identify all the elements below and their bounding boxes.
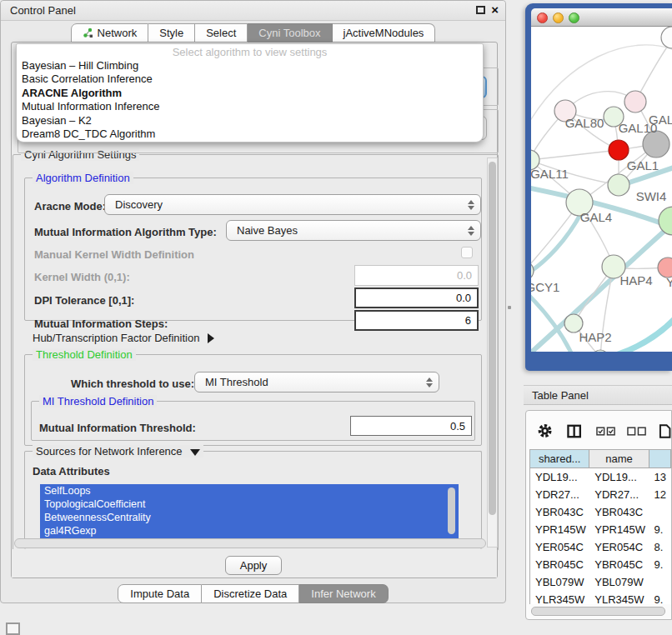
table-cell: YBR043C bbox=[530, 503, 589, 521]
apply-button[interactable]: Apply bbox=[225, 556, 282, 575]
settings-hscrollbar-thumb[interactable] bbox=[14, 538, 486, 548]
deselect-all-icon[interactable] bbox=[627, 427, 646, 436]
table-hscrollbar-thumb[interactable] bbox=[531, 607, 665, 616]
table-cell: YER054C bbox=[589, 538, 649, 556]
status-corner-icon[interactable] bbox=[6, 622, 20, 635]
table-column-header[interactable]: name bbox=[589, 450, 649, 468]
data-attribute-item[interactable]: SelfLoops bbox=[40, 484, 459, 498]
tab-style[interactable]: Style bbox=[148, 23, 195, 42]
data-attribute-item[interactable]: TopologicalCoefficient bbox=[40, 498, 459, 511]
algorithm-option[interactable]: ARACNE Algorithm bbox=[17, 87, 483, 100]
aracne-mode-value: Discovery bbox=[105, 198, 465, 211]
mi-steps-input[interactable] bbox=[354, 310, 479, 331]
control-panel-title: Control Panel bbox=[1, 4, 76, 17]
algorithm-option[interactable]: Bayesian – Hill Climbing bbox=[17, 59, 483, 72]
sources-group-title[interactable]: Sources for Network Inference bbox=[33, 445, 203, 458]
table-row[interactable]: YER054CYER054C8. bbox=[530, 538, 671, 556]
network-view-window: GALGAL80GAL10GAL11GAL1SWI4GAL4GCY1HAP4YH… bbox=[525, 3, 672, 371]
data-attribute-item[interactable]: gal4RGexp bbox=[40, 524, 459, 538]
node-table[interactable]: shared...name YDL19...YDL19...13YDR27...… bbox=[529, 449, 671, 604]
manual-kernel-checkbox[interactable] bbox=[461, 247, 473, 258]
tab-impute-data[interactable]: Impute Data bbox=[118, 584, 202, 603]
aracne-mode-combo[interactable]: Discovery bbox=[104, 194, 481, 215]
split-pane-divider[interactable] bbox=[508, 304, 512, 312]
tab-select[interactable]: Select bbox=[195, 23, 248, 42]
control-panel-window: Control Panel × Network Style bbox=[0, 0, 506, 603]
kernel-width-input[interactable] bbox=[354, 265, 479, 286]
network-node-swi4[interactable] bbox=[659, 207, 672, 235]
document-icon[interactable] bbox=[659, 423, 671, 439]
dpi-tolerance-input[interactable] bbox=[354, 288, 479, 308]
hub-definition-label: Hub/Transcription Factor Definition bbox=[33, 332, 199, 344]
settings-vertical-scrollbar[interactable] bbox=[487, 158, 498, 548]
table-row[interactable]: YPR145WYPR145W9. bbox=[530, 521, 671, 538]
table-row[interactable]: YDL19...YDL19...13 bbox=[530, 468, 671, 486]
algorithm-option[interactable]: Dream8 DC_TDC Algorithm bbox=[17, 128, 483, 141]
mi-type-combo[interactable]: Naive Bayes bbox=[226, 220, 481, 241]
node-label: GAL11 bbox=[531, 167, 569, 181]
close-window-icon[interactable] bbox=[537, 12, 548, 23]
node-label: SWI4 bbox=[636, 189, 667, 203]
tab-label: Network bbox=[98, 27, 138, 39]
table-row[interactable]: YBR045CYBR045C9. bbox=[530, 556, 671, 573]
tab-network[interactable]: Network bbox=[71, 23, 149, 42]
data-attribute-item[interactable]: BetweennessCentrality bbox=[40, 511, 459, 524]
gear-icon[interactable] bbox=[537, 422, 553, 439]
table-cell: 8. bbox=[649, 538, 672, 556]
network-icon bbox=[83, 28, 93, 38]
table-cell: YLR345W bbox=[530, 591, 589, 604]
settings-horizontal-scrollbar[interactable] bbox=[14, 538, 486, 548]
which-threshold-value: MI Threshold bbox=[195, 376, 424, 388]
table-row[interactable]: YDR27...YDR27...12 bbox=[530, 486, 671, 503]
algorithm-option[interactable]: Mutual Information Inference bbox=[17, 100, 483, 113]
network-window-titlebar[interactable] bbox=[531, 8, 672, 27]
close-panel-icon[interactable]: × bbox=[491, 3, 499, 17]
tab-label: Cyni Toolbox bbox=[258, 27, 320, 39]
network-canvas[interactable]: GALGAL80GAL10GAL11GAL1SWI4GAL4GCY1HAP4YH… bbox=[531, 27, 672, 352]
combo-spinner-icon bbox=[465, 200, 480, 210]
aracne-mode-label: Aracne Mode: bbox=[34, 200, 106, 212]
tab-cyni-toolbox[interactable]: Cyni Toolbox bbox=[248, 23, 332, 42]
tab-label: Style bbox=[159, 27, 183, 39]
network-node[interactable] bbox=[609, 140, 629, 160]
table-cell: YDL19... bbox=[530, 468, 589, 486]
tab-label: Select bbox=[206, 27, 236, 39]
settings-scrollbar-thumb[interactable] bbox=[489, 162, 496, 515]
mi-threshold-input[interactable] bbox=[350, 416, 472, 436]
manual-kernel-label: Manual Kernel Width Definition bbox=[34, 248, 194, 261]
minimize-window-icon[interactable] bbox=[553, 12, 564, 23]
column-layout-icon[interactable] bbox=[567, 424, 581, 438]
table-cell bbox=[649, 573, 672, 591]
table-column-header[interactable] bbox=[649, 450, 671, 468]
which-threshold-combo[interactable]: MI Threshold bbox=[194, 372, 439, 392]
table-cell: 12 bbox=[649, 486, 672, 503]
tab-infer-network[interactable]: Infer Network bbox=[299, 584, 388, 603]
network-node-gcy1[interactable] bbox=[531, 262, 534, 280]
network-node-gal1[interactable] bbox=[608, 174, 629, 196]
algorithm-option[interactable]: Bayesian – K2 bbox=[17, 114, 483, 128]
table-row[interactable]: YLR345WYLR345W9. bbox=[530, 591, 671, 604]
mi-threshold-group-title: MI Threshold Definition bbox=[39, 395, 157, 408]
data-attributes-listbox[interactable]: SelfLoopsTopologicalCoefficientBetweenne… bbox=[40, 484, 459, 538]
table-row[interactable]: YBR043CYBR043C bbox=[530, 503, 671, 521]
attributes-scrollbar-thumb[interactable] bbox=[448, 488, 455, 534]
table-panel-header: Table Panel bbox=[524, 385, 672, 405]
zoom-window-icon[interactable] bbox=[569, 12, 579, 23]
table-row[interactable]: YBL079WYBL079W bbox=[530, 573, 671, 591]
table-horizontal-scrollbar[interactable] bbox=[531, 607, 668, 616]
tab-jactivemnodules[interactable]: jActiveMNodules bbox=[333, 23, 436, 42]
tab-discretize-data[interactable]: Discretize Data bbox=[202, 584, 299, 603]
float-panel-icon[interactable] bbox=[476, 6, 485, 14]
select-all-icon[interactable] bbox=[596, 427, 615, 436]
network-node-gal[interactable] bbox=[624, 91, 646, 112]
table-cell: YPR145W bbox=[589, 521, 649, 538]
node-label: HAP4 bbox=[619, 273, 652, 288]
mi-type-value: Naive Bayes bbox=[227, 224, 465, 237]
algorithm-option[interactable]: Basic Correlation Inference bbox=[17, 72, 483, 86]
table-column-header[interactable]: shared... bbox=[530, 450, 589, 468]
mi-steps-label: Mutual Information Steps: bbox=[34, 318, 168, 330]
network-node[interactable] bbox=[661, 27, 672, 48]
table-cell: YBR043C bbox=[589, 503, 649, 521]
hub-definition-toggle[interactable]: Hub/Transcription Factor Definition bbox=[33, 332, 214, 344]
node-label: GAL10 bbox=[619, 121, 658, 135]
